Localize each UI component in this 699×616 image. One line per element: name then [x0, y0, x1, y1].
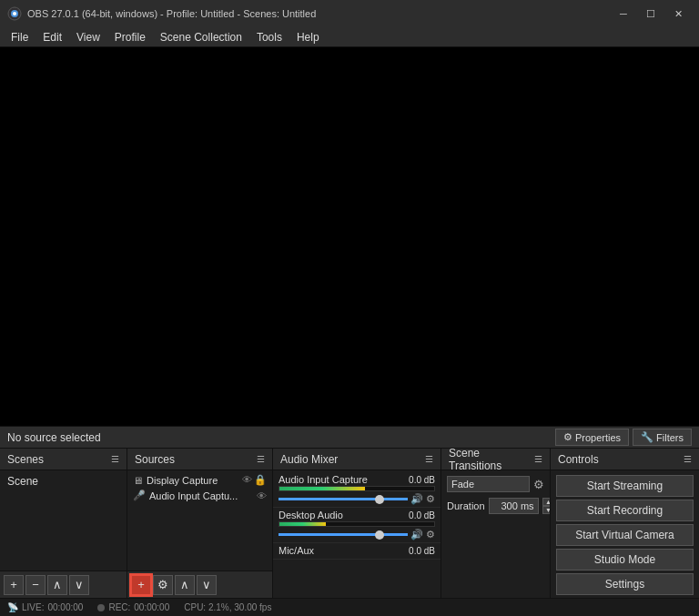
obs-logo-icon	[7, 6, 22, 21]
audio-channels-list: Audio Input Capture 0.0 dB 🔊 ⚙ Desktop A…	[273, 470, 441, 598]
audio-mixer-panel-header: Audio Mixer ☰	[273, 449, 441, 470]
duration-down-button[interactable]: ▼	[542, 506, 550, 514]
menu-item-help[interactable]: Help	[289, 27, 327, 47]
scenes-panel-menu-icon[interactable]: ☰	[111, 454, 119, 464]
audio-desktop-meter-fill	[279, 522, 326, 526]
source-audio-visibility-icon[interactable]: 👁	[257, 490, 267, 501]
rec-indicator	[97, 604, 105, 611]
sources-down-button[interactable]: ∨	[197, 575, 217, 595]
audio-desktop-settings-icon[interactable]: ⚙	[426, 529, 435, 540]
controls-menu-icon[interactable]: ☰	[684, 454, 692, 464]
studio-mode-button[interactable]: Studio Mode	[556, 549, 694, 571]
scene-item[interactable]: Scene	[0, 472, 127, 490]
start-virtual-camera-button[interactable]: Start Virtual Camera	[556, 524, 694, 546]
sources-gear-button[interactable]: ⚙	[153, 575, 173, 595]
audio-mic-db: 0.0 dB	[409, 546, 435, 556]
sources-panel-title: Sources	[135, 453, 175, 466]
audio-mixer-panel-title: Audio Mixer	[280, 453, 338, 466]
menu-item-edit[interactable]: Edit	[35, 27, 69, 47]
start-streaming-button[interactable]: Start Streaming	[556, 475, 694, 497]
audio-desktop-channel-name: Desktop Audio	[279, 510, 343, 520]
audio-input-volume-slider[interactable]	[279, 498, 408, 500]
scenes-add-button[interactable]: +	[4, 575, 24, 595]
audio-input-icon: 🎤	[133, 490, 146, 501]
no-source-label: No source selected	[7, 431, 101, 444]
menu-item-file[interactable]: File	[4, 27, 35, 47]
audio-channel-input: Audio Input Capture 0.0 dB 🔊 ⚙	[273, 472, 441, 508]
sources-list: 🖥 Display Capture 👁 🔒 🎤 Audio Input Capt…	[127, 470, 272, 571]
sources-panel-header: Sources ☰	[127, 449, 272, 470]
status-buttons: ⚙ Properties 🔧 Filters	[555, 429, 692, 446]
source-display-name: Display Capture	[147, 475, 218, 486]
window-title: OBS 27.0.1 (64-bit, windows) - Profile: …	[27, 8, 316, 19]
transitions-menu-icon[interactable]: ☰	[534, 454, 542, 464]
title-bar: OBS 27.0.1 (64-bit, windows) - Profile: …	[0, 0, 699, 27]
transitions-panel-title: Scene Transitions	[449, 447, 534, 472]
transition-type-row: Fade Cut Swipe ⚙	[441, 472, 550, 496]
scenes-down-button[interactable]: ∨	[69, 575, 89, 595]
sources-add-button[interactable]: +	[131, 575, 151, 595]
audio-desktop-controls: 🔊 ⚙	[279, 529, 435, 540]
scenes-list: Scene	[0, 470, 127, 571]
source-item-display[interactable]: 🖥 Display Capture 👁 🔒	[127, 472, 272, 488]
minimize-button[interactable]: ─	[610, 0, 637, 27]
menu-item-scene-collection[interactable]: Scene Collection	[153, 27, 249, 47]
scenes-panel: Scenes ☰ Scene + − ∧ ∨	[0, 449, 127, 598]
footer-streaming-status: 📡 LIVE: 00:00:00	[7, 602, 83, 612]
transition-type-select[interactable]: Fade Cut Swipe	[447, 476, 530, 492]
scene-transitions-panel: Scene Transitions ☰ Fade Cut Swipe ⚙ Dur…	[441, 449, 551, 598]
audio-desktop-db: 0.0 dB	[409, 510, 435, 520]
svg-point-2	[13, 12, 16, 15]
maximize-button[interactable]: ☐	[637, 0, 664, 27]
audio-desktop-mute-icon[interactable]: 🔊	[410, 529, 423, 540]
menu-item-tools[interactable]: Tools	[249, 27, 289, 47]
sources-up-button[interactable]: ∧	[175, 575, 195, 595]
source-item-audio[interactable]: 🎤 Audio Input Captu... 👁	[127, 488, 272, 503]
source-visibility-icon[interactable]: 👁	[242, 474, 252, 486]
filters-button[interactable]: 🔧 Filters	[633, 429, 692, 446]
transition-duration-row: Duration ▲ ▼	[441, 496, 550, 516]
duration-up-button[interactable]: ▲	[542, 498, 550, 506]
filter-icon: 🔧	[641, 431, 653, 443]
streaming-icon: 📡	[7, 602, 18, 612]
sources-toolbar: + ⚙ ∧ ∨	[127, 571, 272, 598]
audio-input-settings-icon[interactable]: ⚙	[426, 493, 435, 505]
settings-button[interactable]: Settings	[556, 573, 694, 595]
footer-cpu-status: CPU: 2.1%, 30.00 fps	[184, 602, 271, 612]
sources-panel: Sources ☰ 🖥 Display Capture 👁 🔒 🎤 Audio …	[127, 449, 273, 598]
menu-item-view[interactable]: View	[69, 27, 107, 47]
display-capture-icon: 🖥	[133, 475, 143, 486]
bottom-panels: Scenes ☰ Scene + − ∧ ∨ Sources ☰ 🖥 Displ…	[0, 448, 699, 598]
audio-input-meter	[279, 486, 435, 491]
controls-panel: Controls ☰ Start Streaming Start Recordi…	[551, 449, 699, 598]
footer-recording-status: REC: 00:00:00	[97, 602, 169, 612]
duration-spinner: ▲ ▼	[542, 498, 550, 514]
transitions-panel-header: Scene Transitions ☰	[441, 449, 550, 470]
start-recording-button[interactable]: Start Recording	[556, 500, 694, 521]
cpu-label: CPU: 2.1%, 30.00 fps	[184, 602, 271, 612]
audio-desktop-volume-slider[interactable]	[279, 533, 408, 536]
live-label: LIVE:	[22, 602, 44, 612]
audio-mixer-menu-icon[interactable]: ☰	[425, 454, 433, 464]
sources-panel-menu-icon[interactable]: ☰	[257, 454, 265, 464]
gear-icon: ⚙	[563, 431, 572, 443]
source-audio-name: Audio Input Captu...	[149, 490, 238, 501]
transition-gear-icon[interactable]: ⚙	[533, 478, 544, 491]
live-time: 00:00:00	[47, 602, 83, 612]
audio-mic-channel-name: Mic/Aux	[279, 545, 314, 556]
footer-status: 📡 LIVE: 00:00:00 REC: 00:00:00 CPU: 2.1%…	[0, 598, 699, 616]
menu-item-profile[interactable]: Profile	[107, 27, 153, 47]
transition-duration-input[interactable]	[489, 498, 539, 514]
scenes-up-button[interactable]: ∧	[47, 575, 67, 595]
scenes-toolbar: + − ∧ ∨	[0, 571, 127, 598]
window-controls: ─ ☐ ✕	[610, 0, 692, 27]
properties-button[interactable]: ⚙ Properties	[555, 429, 629, 446]
rec-label: REC:	[108, 602, 130, 612]
preview-canvas	[0, 47, 699, 426]
source-lock-icon[interactable]: 🔒	[254, 474, 267, 486]
scenes-remove-button[interactable]: −	[25, 575, 46, 595]
audio-input-channel-name: Audio Input Capture	[279, 474, 368, 485]
status-bar: No source selected ⚙ Properties 🔧 Filter…	[0, 426, 699, 448]
audio-input-mute-icon[interactable]: 🔊	[410, 493, 423, 505]
close-button[interactable]: ✕	[664, 0, 692, 27]
